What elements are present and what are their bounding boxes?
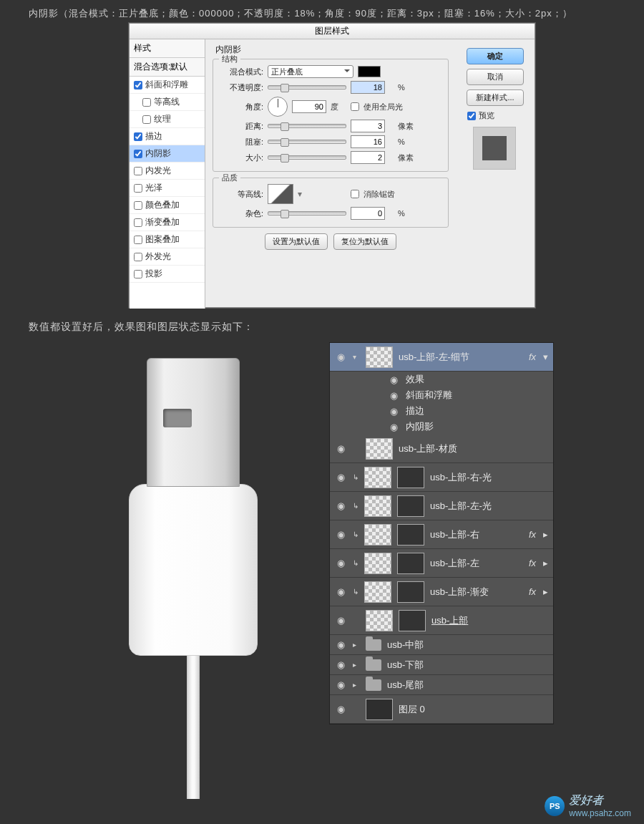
style-item-gradient-overlay[interactable]: 渐变叠加 bbox=[130, 214, 205, 231]
layer-thumb[interactable] bbox=[366, 346, 393, 368]
fx-badge[interactable]: fx bbox=[529, 586, 536, 597]
eye-icon[interactable]: ◉ bbox=[387, 406, 400, 417]
layer-row[interactable]: ◉usb-上部-材质 bbox=[330, 435, 553, 463]
expand-icon[interactable]: ▸ bbox=[353, 661, 360, 669]
blend-mode-select[interactable]: 正片叠底 bbox=[268, 65, 353, 78]
layer-group[interactable]: ◉▸usb-下部 bbox=[330, 655, 553, 675]
mask-thumb[interactable] bbox=[397, 553, 424, 574]
fx-item[interactable]: ◉内阴影 bbox=[330, 419, 553, 435]
style-item-inner-glow[interactable]: 内发光 bbox=[130, 163, 205, 180]
layer-row[interactable]: ◉↳usb-上部-左fx▸ bbox=[330, 549, 553, 578]
checkbox-icon[interactable] bbox=[134, 132, 142, 141]
noise-slider[interactable] bbox=[268, 211, 346, 215]
checkbox-icon[interactable] bbox=[134, 253, 142, 261]
mask-thumb[interactable] bbox=[397, 467, 424, 488]
chevron-right-icon[interactable]: ▸ bbox=[542, 529, 549, 540]
eye-icon[interactable]: ◉ bbox=[387, 374, 400, 385]
mask-thumb[interactable] bbox=[399, 610, 426, 631]
fx-badge[interactable]: fx bbox=[529, 352, 536, 362]
preview-checkbox[interactable] bbox=[467, 112, 476, 120]
style-item-outer-glow[interactable]: 外发光 bbox=[130, 248, 205, 266]
mask-thumb[interactable] bbox=[397, 581, 424, 603]
mask-thumb[interactable] bbox=[397, 495, 424, 517]
eye-icon[interactable]: ◉ bbox=[334, 615, 347, 626]
eye-icon[interactable]: ◉ bbox=[387, 422, 400, 432]
layer-row[interactable]: ◉↳usb-上部-右-光 bbox=[330, 463, 553, 492]
style-item-color-overlay[interactable]: 颜色叠加 bbox=[130, 197, 205, 214]
checkbox-icon[interactable] bbox=[134, 81, 142, 89]
eye-icon[interactable]: ◉ bbox=[334, 659, 347, 670]
expand-icon[interactable]: ▸ bbox=[353, 641, 360, 649]
angle-input[interactable] bbox=[292, 100, 326, 113]
noise-input[interactable] bbox=[351, 207, 385, 220]
chevron-right-icon[interactable]: ▸ bbox=[542, 558, 549, 568]
size-input[interactable] bbox=[351, 151, 385, 164]
antialias-checkbox[interactable] bbox=[351, 190, 359, 198]
fx-item[interactable]: ◉斜面和浮雕 bbox=[330, 387, 553, 403]
layer-thumb[interactable] bbox=[364, 467, 391, 488]
layer-thumb[interactable] bbox=[364, 553, 391, 574]
layer-group[interactable]: ◉▸usb-尾部 bbox=[330, 675, 553, 695]
checkbox-icon[interactable] bbox=[142, 98, 151, 107]
fx-badge[interactable]: fx bbox=[529, 529, 536, 540]
checkbox-icon[interactable] bbox=[134, 218, 142, 227]
eye-icon[interactable]: ◉ bbox=[334, 443, 347, 454]
set-default-button[interactable]: 设置为默认值 bbox=[265, 233, 328, 250]
opacity-input[interactable] bbox=[351, 81, 385, 94]
eye-icon[interactable]: ◉ bbox=[334, 679, 347, 690]
checkbox-icon[interactable] bbox=[134, 167, 142, 175]
layer-row-selected[interactable]: ◉ ▾ usb-上部-左-细节 fx ▾ bbox=[330, 343, 553, 372]
expand-icon[interactable]: ▸ bbox=[353, 681, 360, 689]
reset-default-button[interactable]: 复位为默认值 bbox=[333, 233, 396, 250]
style-item-bevel[interactable]: 斜面和浮雕 bbox=[130, 77, 205, 94]
opacity-slider[interactable] bbox=[268, 85, 346, 89]
fx-item[interactable]: ◉描边 bbox=[330, 403, 553, 419]
eye-icon[interactable]: ◉ bbox=[334, 472, 347, 483]
eye-icon[interactable]: ◉ bbox=[334, 586, 347, 597]
chevron-down-icon[interactable]: ▾ bbox=[542, 352, 549, 362]
layer-row[interactable]: ◉↳usb-上部-右fx▸ bbox=[330, 520, 553, 549]
layer-thumb[interactable] bbox=[364, 495, 391, 517]
layer-thumb[interactable] bbox=[366, 438, 393, 460]
mask-thumb[interactable] bbox=[397, 524, 424, 546]
choke-slider[interactable] bbox=[268, 140, 346, 144]
layer-row-bg[interactable]: ◉图层 0 bbox=[330, 695, 553, 724]
style-item-stroke[interactable]: 描边 bbox=[130, 128, 205, 145]
fx-header[interactable]: ◉效果 bbox=[330, 372, 553, 387]
style-item-pattern-overlay[interactable]: 图案叠加 bbox=[130, 231, 205, 248]
contour-picker[interactable] bbox=[268, 184, 293, 204]
ok-button[interactable]: 确定 bbox=[467, 48, 524, 64]
style-item-inner-shadow[interactable]: 内阴影 bbox=[130, 145, 205, 163]
layer-thumb[interactable] bbox=[366, 699, 393, 720]
expand-icon[interactable]: ▾ bbox=[353, 353, 360, 361]
distance-slider[interactable] bbox=[268, 124, 346, 128]
layer-thumb[interactable] bbox=[366, 610, 393, 631]
checkbox-icon[interactable] bbox=[134, 184, 142, 193]
checkbox-icon[interactable] bbox=[134, 201, 142, 210]
fx-badge[interactable]: fx bbox=[529, 558, 536, 568]
checkbox-icon[interactable] bbox=[134, 236, 142, 244]
angle-dial[interactable] bbox=[268, 97, 288, 117]
style-item-drop-shadow[interactable]: 投影 bbox=[130, 266, 205, 283]
layer-group[interactable]: ◉▸usb-中部 bbox=[330, 635, 553, 655]
eye-icon[interactable]: ◉ bbox=[334, 500, 347, 511]
layer-thumb[interactable] bbox=[364, 524, 391, 546]
global-light-checkbox[interactable] bbox=[351, 102, 359, 111]
chevron-right-icon[interactable]: ▸ bbox=[542, 586, 549, 597]
eye-icon[interactable]: ◉ bbox=[334, 529, 347, 540]
layer-thumb[interactable] bbox=[364, 581, 391, 603]
new-style-button[interactable]: 新建样式... bbox=[467, 89, 524, 106]
distance-input[interactable] bbox=[351, 120, 385, 132]
eye-icon[interactable]: ◉ bbox=[334, 558, 347, 568]
layer-row[interactable]: ◉↳usb-上部-左-光 bbox=[330, 492, 553, 520]
layer-row-linked[interactable]: ◉usb-上部 bbox=[330, 606, 553, 635]
style-item-texture[interactable]: 纹理 bbox=[130, 111, 205, 128]
eye-icon[interactable]: ◉ bbox=[387, 390, 400, 401]
cancel-button[interactable]: 取消 bbox=[467, 69, 524, 85]
style-item-satin[interactable]: 光泽 bbox=[130, 180, 205, 197]
eye-icon[interactable]: ◉ bbox=[334, 639, 347, 650]
style-item-contour[interactable]: 等高线 bbox=[130, 94, 205, 111]
blend-options-default[interactable]: 混合选项:默认 bbox=[130, 58, 205, 77]
checkbox-icon[interactable] bbox=[134, 150, 142, 158]
eye-icon[interactable]: ◉ bbox=[334, 704, 347, 714]
